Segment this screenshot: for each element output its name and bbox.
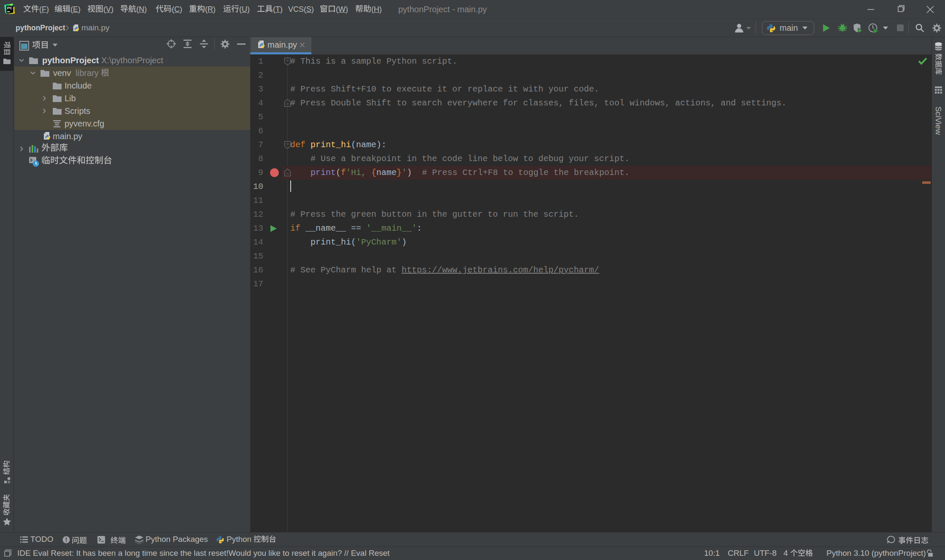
svg-text:PC: PC (7, 6, 13, 10)
